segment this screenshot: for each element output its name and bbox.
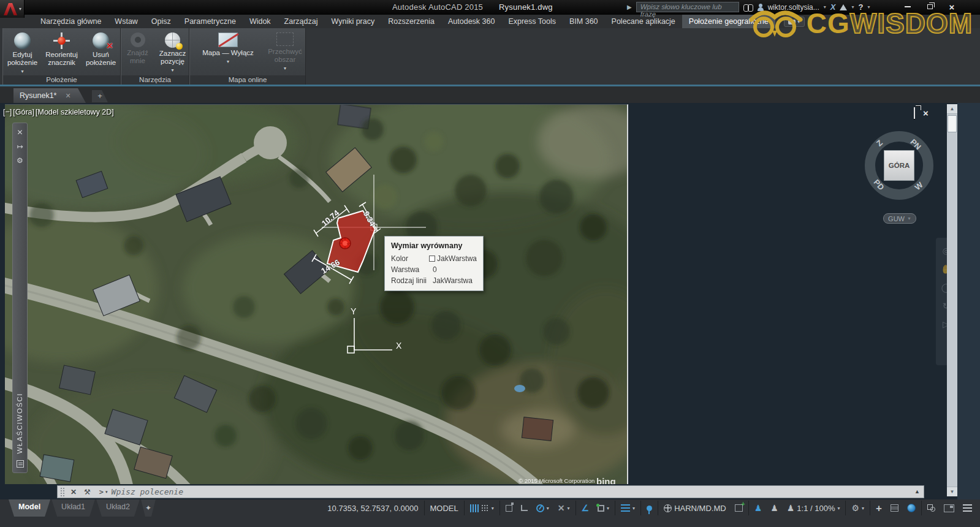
model-space-toggle[interactable]: MODEL	[426, 501, 463, 515]
customization-button[interactable]	[959, 501, 976, 515]
viewport-view-control[interactable]: [Góra]	[13, 108, 34, 116]
edit-location-button[interactable]: Edytuj położenie▾	[4, 31, 41, 75]
signed-in-user[interactable]: wiktor.soltysia...	[768, 3, 819, 12]
search-icon[interactable]	[743, 4, 753, 10]
ortho-toggle[interactable]	[517, 501, 532, 515]
tab-uklad2[interactable]: Układ2	[96, 499, 140, 517]
viewport-restore-button[interactable]	[914, 108, 915, 119]
restore-button[interactable]	[922, 1, 937, 12]
tab-autodesk-360[interactable]: Autodesk 360	[441, 15, 501, 28]
annotation-scale-current[interactable]: ♟1:1 / 100%▾	[783, 501, 845, 515]
application-menu-button[interactable]: ▾	[0, 0, 25, 18]
object-snap-tracking-toggle[interactable]: ∠	[577, 501, 594, 515]
tab-close-icon[interactable]: ✕	[65, 92, 70, 100]
app-manager-arrow[interactable]: ▾	[851, 4, 854, 10]
tab-model[interactable]: Model	[9, 499, 50, 517]
command-input[interactable]: Wpisz polecenie	[112, 487, 183, 496]
reorient-marker-button[interactable]: Reorientuj znacznik	[44, 31, 80, 75]
pond	[514, 385, 525, 392]
annotation-scale-sync[interactable]	[731, 501, 747, 515]
minimize-button[interactable]	[900, 1, 915, 12]
geolocation-marker	[340, 238, 351, 249]
quick-properties-toggle[interactable]	[886, 501, 903, 515]
tab-parametryczne[interactable]: Parametryczne	[178, 15, 243, 28]
palette-settings-icon[interactable]: ⚙	[17, 156, 23, 165]
annotation-autoscale-toggle[interactable]: ♟	[766, 501, 783, 515]
palette-properties-icon	[17, 460, 24, 468]
mark-position-button[interactable]: Zaznacz pozycję▾	[156, 31, 189, 75]
tab-bim-360[interactable]: BIM 360	[563, 15, 605, 28]
find-me-button[interactable]: Znajdź mnie	[121, 31, 154, 75]
map-toggle-button[interactable]: Mapa — Wyłącz▾	[192, 31, 264, 75]
snap-mode-toggle[interactable]	[501, 501, 517, 515]
drawing-tab[interactable]: Rysunek1*✕	[13, 88, 86, 103]
grid-display-toggle[interactable]: ▾	[466, 501, 498, 515]
drawing-area[interactable]: 10.74 9.34 14.66 Y X © 2015 Microsoft Co…	[0, 103, 980, 499]
tab-polozenie-geograficzne[interactable]: Położenie geograficzne	[682, 15, 775, 28]
tab-widok[interactable]: Widok	[243, 15, 278, 28]
tooltip-row-label: Kolor	[391, 254, 429, 263]
tab-rozszerzenia[interactable]: Rozszerzenia	[381, 15, 441, 28]
tab-narzedzia-glowne[interactable]: Narzędzia główne	[34, 15, 108, 28]
palette-autohide-icon[interactable]: ↦	[17, 142, 23, 151]
aerial-map[interactable]: 10.74 9.34 14.66 Y X © 2015 Microsoft Co…	[5, 104, 628, 484]
viewport-visual-style-control[interactable]: [Model szkieletowy 2D]	[36, 108, 114, 116]
tab-express-tools[interactable]: Express Tools	[501, 15, 563, 28]
panel-polozenie: Edytuj położenie▾ Reorientuj znacznik × …	[2, 28, 121, 85]
transparency-toggle[interactable]	[642, 501, 656, 515]
remove-location-button[interactable]: × Usuń położenie	[83, 31, 120, 75]
viewport-close-button[interactable]: ×	[923, 108, 929, 119]
lineweight-toggle[interactable]: ▾	[617, 501, 639, 515]
scroll-up-icon[interactable]: ▲	[947, 104, 957, 114]
object-snap-toggle[interactable]: ▾	[593, 501, 613, 515]
app-manager-icon[interactable]	[840, 4, 847, 10]
search-expand-icon[interactable]: ▶	[627, 4, 632, 10]
scrollbar-thumb[interactable]	[948, 115, 957, 132]
new-layout-button[interactable]: ✦	[141, 499, 156, 517]
panel-label-mapa-online[interactable]: Mapa online	[190, 75, 305, 85]
command-line[interactable]: ✕ ⚒ > ▾ Wpisz polecenie ▲	[57, 485, 924, 498]
polar-tracking-toggle[interactable]: ▾	[532, 501, 553, 515]
palette-close-icon[interactable]: ✕	[17, 128, 23, 137]
viewcube[interactable]: Z PN PD W GÓRA	[861, 127, 937, 203]
properties-palette-bar[interactable]: ✕ ↦ ⚙ WŁAŚCIWOŚCI	[12, 123, 28, 473]
scroll-down-icon[interactable]: ▼	[947, 487, 957, 496]
tooltip-row-label: Rodzaj linii	[391, 276, 433, 285]
clean-screen-button[interactable]	[940, 501, 959, 515]
exchange-apps-icon[interactable]: X	[830, 2, 836, 12]
tab-opisz[interactable]: Opisz	[145, 15, 178, 28]
command-line-customize-icon[interactable]: ⚒	[80, 488, 94, 496]
search-input[interactable]: Wpisz słowo kluczowe lub frazę	[636, 2, 739, 12]
tab-zarzadzaj[interactable]: Zarządzaj	[278, 15, 325, 28]
user-menu-arrow[interactable]: ▾	[824, 4, 826, 10]
vertical-scrollbar[interactable]: ▲ ▼	[947, 104, 957, 496]
annotation-monitor-toggle[interactable]: +	[872, 501, 886, 515]
workspace-switcher[interactable]: ⚙▾	[847, 501, 868, 515]
new-drawing-tab-button[interactable]: +	[92, 90, 108, 102]
panel-label-polozenie[interactable]: Położenie	[3, 75, 120, 85]
isodraft-toggle[interactable]: ✕▾	[553, 501, 574, 515]
isolate-objects-button[interactable]	[923, 501, 940, 515]
annotation-visibility-toggle[interactable]: ♟	[750, 501, 767, 515]
globe-remove-icon: ×	[93, 32, 109, 49]
command-line-close-icon[interactable]: ✕	[67, 488, 80, 496]
viewcube-top-face[interactable]: GÓRA	[884, 150, 914, 181]
recent-commands-arrow[interactable]: ▾	[105, 490, 108, 495]
command-line-grip[interactable]	[60, 487, 65, 496]
close-button[interactable]: ×	[944, 1, 959, 12]
tab-wstaw[interactable]: Wstaw	[108, 15, 145, 28]
ucs-selector-button[interactable]: GUW▼	[883, 213, 916, 224]
panel-mapa-online: Mapa — Wyłącz▾ Przechwyć obszar▾ Mapa on…	[189, 28, 306, 85]
annotation-scale-icon: ♟	[787, 504, 795, 512]
help-icon[interactable]: ?	[858, 2, 863, 12]
help-menu-arrow[interactable]: ▾	[867, 4, 870, 10]
tab-uklad1[interactable]: Układ1	[51, 499, 95, 517]
viewport-minimize-control[interactable]: [−]	[3, 108, 12, 116]
media-button[interactable]: ▾	[784, 17, 805, 27]
geographic-location-indicator[interactable]: HARN/MD.MD	[659, 501, 731, 515]
graphics-performance-toggle[interactable]	[903, 501, 920, 515]
panel-label-narzedzia[interactable]: Narzędzia	[121, 75, 189, 85]
tab-wyniki-pracy[interactable]: Wyniki pracy	[325, 15, 382, 28]
capture-area-button[interactable]: Przechwyć obszar▾	[267, 31, 303, 75]
command-history-arrow[interactable]: ▲	[914, 488, 920, 495]
